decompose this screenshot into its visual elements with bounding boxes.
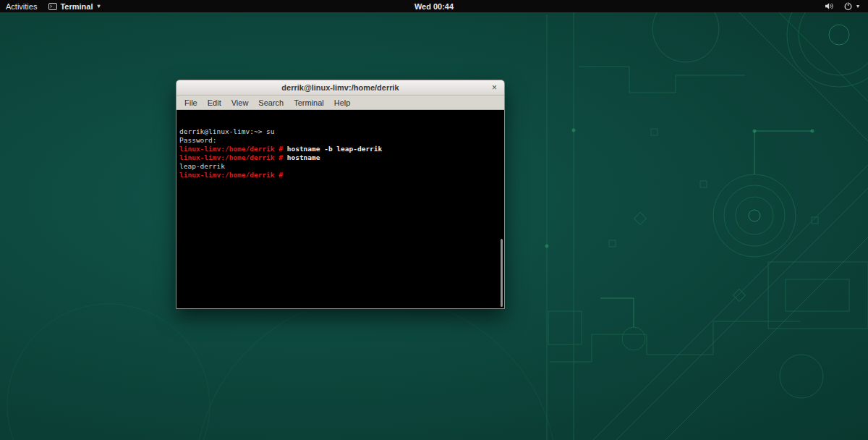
- menu-edit[interactable]: Edit: [203, 96, 226, 109]
- power-icon: [843, 1, 853, 11]
- terminal-line: Password:: [179, 136, 495, 145]
- terminal-text-segment: Password:: [179, 136, 216, 144]
- terminal-line: linux-limv:/home/derrik #: [179, 171, 495, 179]
- chevron-down-icon: ▾: [856, 3, 859, 9]
- menu-file[interactable]: File: [179, 96, 203, 109]
- chevron-down-icon: ▾: [97, 3, 100, 9]
- app-menu-label: Terminal: [60, 2, 93, 11]
- app-menu-terminal[interactable]: Terminal ▾: [43, 0, 106, 12]
- scrollbar-thumb[interactable]: [501, 239, 503, 307]
- system-menu[interactable]: ▾: [838, 0, 865, 12]
- terminal-content[interactable]: derrik@linux-limv:~> suPassword:linux-li…: [176, 110, 504, 308]
- clock[interactable]: Wed 00:44: [409, 0, 459, 12]
- terminal-text-segment: linux-limv:/home/derrik #: [179, 153, 283, 161]
- activities-button[interactable]: Activities: [0, 0, 43, 12]
- terminal-line: leap-derrik: [179, 162, 495, 171]
- terminal-text-segment: hostname -b leap-derrik: [283, 145, 382, 153]
- terminal-output: derrik@linux-limv:~> suPassword:linux-li…: [179, 127, 495, 179]
- window-titlebar[interactable]: derrik@linux-limv:/home/derrik ×: [176, 80, 504, 96]
- terminal-line: derrik@linux-limv:~> su: [179, 127, 495, 136]
- terminal-text-segment: hostname: [283, 153, 320, 161]
- menu-search[interactable]: Search: [253, 96, 289, 109]
- menu-help[interactable]: Help: [329, 96, 356, 109]
- menu-terminal[interactable]: Terminal: [289, 96, 329, 109]
- terminal-text-segment: linux-limv:/home/derrik #: [179, 171, 283, 179]
- terminal-text-segment: leap-derrik: [179, 162, 225, 170]
- desktop: Activities Terminal ▾ Wed 00:44: [0, 0, 868, 440]
- terminal-line: linux-limv:/home/derrik # hostname -b le…: [179, 145, 495, 153]
- terminal-icon: [48, 3, 57, 10]
- menu-view[interactable]: View: [226, 96, 254, 109]
- terminal-text-segment: derrik@linux-limv:~> su: [179, 127, 275, 135]
- top-bar: Activities Terminal ▾ Wed 00:44: [0, 0, 868, 12]
- volume-icon[interactable]: [821, 0, 838, 12]
- window-title: derrik@linux-limv:/home/derrik: [176, 83, 504, 92]
- terminal-text-segment: linux-limv:/home/derrik #: [179, 145, 283, 153]
- terminal-scrollbar[interactable]: [499, 110, 504, 308]
- terminal-window: derrik@linux-limv:/home/derrik × FileEdi…: [176, 80, 505, 309]
- close-button[interactable]: ×: [488, 80, 501, 95]
- terminal-line: linux-limv:/home/derrik # hostname: [179, 153, 495, 162]
- menu-bar: FileEditViewSearchTerminalHelp: [176, 96, 504, 110]
